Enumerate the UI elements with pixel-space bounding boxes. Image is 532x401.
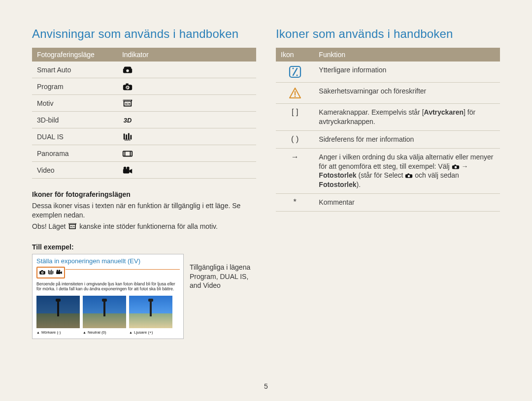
dual-is-icon (47, 268, 54, 277)
mode-name: Panorama (32, 145, 117, 162)
example-thumbnails: Mörkare (-)Neutral (0)Ljusare (+) (36, 296, 179, 335)
mode-name: Program (32, 78, 117, 95)
star-symbol: * (276, 194, 314, 212)
mode-icons-text-1: Dessa ikoner visas i texten när en funkt… (32, 201, 256, 220)
warning-icon (276, 83, 314, 104)
icon-function-text: Sidreferens för mer information (314, 130, 500, 148)
modes-th-mode: Fotograferingsläge (32, 48, 117, 62)
icons-row: *Kommentar (276, 194, 500, 212)
camera-icon (405, 171, 413, 179)
right-heading: Ikoner som används i handboken (276, 27, 500, 41)
left-column: Anvisningar som används i handboken Foto… (32, 27, 256, 339)
example-thumb: Mörkare (-) (36, 296, 80, 335)
camera-icon (452, 162, 460, 170)
icon-function-text: Säkerhetsvarningar och föreskrifter (314, 83, 500, 104)
parens-symbol: ( ) (276, 130, 314, 148)
thumb-label: Neutral (0) (83, 330, 126, 335)
program-icon (39, 268, 46, 277)
modes-row: Video (32, 162, 256, 179)
icon-function-text: Anger i vilken ordning du ska välja alte… (314, 148, 500, 194)
mode-name: Smart Auto (32, 62, 117, 78)
shooting-modes-table: Fotograferingsläge Indikator Smart AutoP… (32, 48, 256, 179)
thumb-image (83, 296, 126, 328)
modes-row: DUAL IS (32, 128, 256, 145)
mode-icons-subheading: Ikoner för fotograferingslägen (32, 190, 256, 198)
icon-function-text: Kommentar (314, 194, 500, 212)
program-icon (117, 78, 256, 95)
example-heading: Till exempel: (32, 243, 256, 251)
mode-name: DUAL IS (32, 128, 117, 145)
example-thumb: Neutral (0) (83, 296, 126, 335)
icons-row: →Anger i vilken ordning du ska välja alt… (276, 148, 500, 194)
example-screenshot: Ställa in exponeringen manuellt (EV) Ber… (32, 254, 184, 339)
scene-icon (67, 222, 77, 230)
modes-row: Motiv (32, 95, 256, 112)
example-mode-icons-highlight (36, 267, 65, 278)
info-icon (276, 62, 314, 83)
callout-line (66, 269, 180, 270)
dual-is-icon (117, 128, 256, 145)
panorama-icon (117, 145, 256, 162)
icon-function-text: Ytterligare information (314, 62, 500, 83)
icons-row: ( )Sidreferens för mer information (276, 130, 500, 148)
example-row: Ställa in exponeringen manuellt (EV) Ber… (32, 254, 256, 339)
modes-row: Program (32, 78, 256, 95)
thumb-image (129, 296, 172, 328)
arrow-symbol: → (276, 148, 314, 194)
icons-th-function: Funktion (314, 48, 500, 62)
page-number: 5 (0, 382, 532, 390)
scene-icon (117, 95, 256, 112)
example-side-caption: Tillgängliga i lägena Program, DUAL IS, … (190, 254, 256, 291)
modes-th-indicator: Indikator (117, 48, 256, 62)
example-title: Ställa in exponeringen manuellt (EV) (36, 257, 179, 265)
modes-row: Smart Auto (32, 62, 256, 78)
mode-name: Video (32, 162, 117, 179)
mode-name: 3D-bild (32, 112, 117, 128)
example-desc: Beroende på intensiteten i omgivande lju… (36, 281, 179, 292)
left-heading: Anvisningar som används i handboken (32, 27, 256, 41)
thumb-label: Mörkare (-) (36, 330, 80, 335)
manual-page: Anvisningar som används i handboken Foto… (0, 0, 532, 354)
brackets-symbol: [ ] (276, 104, 314, 131)
mode-icons-text-2: Obs! Läget kanske inte stöder funktioner… (32, 222, 256, 231)
thumb-label: Ljusare (+) (129, 330, 172, 335)
right-column: Ikoner som används i handboken Ikon Funk… (276, 27, 500, 339)
video-icon (117, 162, 256, 179)
video-icon (56, 268, 63, 277)
manual-icons-table: Ikon Funktion Ytterligare informationSäk… (276, 48, 500, 212)
icon-function-text: Kameraknappar. Exempelvis står [Avtrycka… (314, 104, 500, 131)
icons-th-icon: Ikon (276, 48, 314, 62)
icons-row: Säkerhetsvarningar och föreskrifter (276, 83, 500, 104)
mode-name: Motiv (32, 95, 117, 112)
thumb-image (36, 296, 80, 328)
smart-auto-icon (117, 62, 256, 78)
3d-icon (117, 112, 256, 128)
icons-row: Ytterligare information (276, 62, 500, 83)
icons-row: [ ]Kameraknappar. Exempelvis står [Avtry… (276, 104, 500, 131)
example-thumb: Ljusare (+) (129, 296, 172, 335)
modes-row: 3D-bild (32, 112, 256, 128)
modes-row: Panorama (32, 145, 256, 162)
